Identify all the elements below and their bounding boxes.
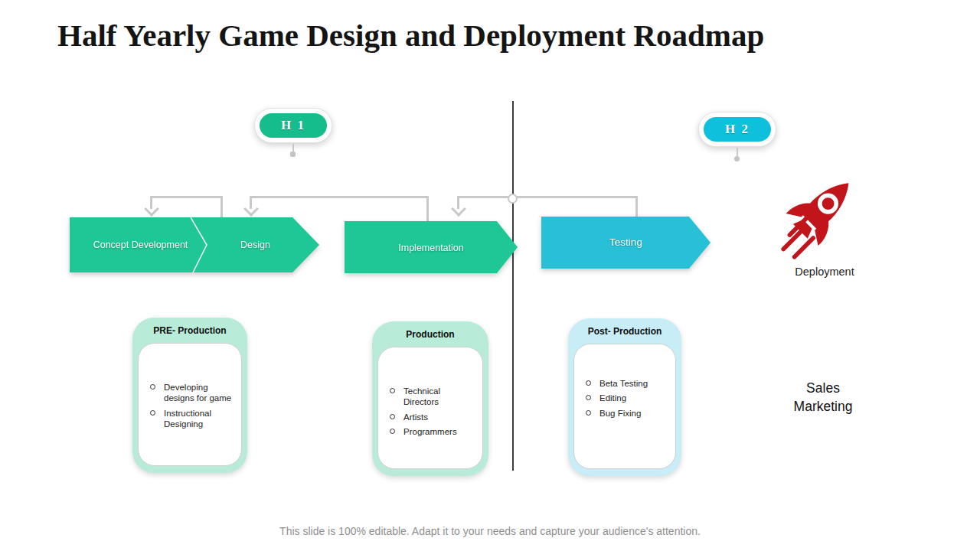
list-item-text: Bug Fixing xyxy=(599,408,641,419)
list-item: Technical Directors xyxy=(387,386,478,408)
connector-line xyxy=(635,196,638,217)
bullet-icon xyxy=(586,410,591,416)
connector-cross-node xyxy=(508,194,518,204)
stage-arrow-testing: Testing xyxy=(541,217,710,269)
post-production-header: Post- Production xyxy=(568,326,681,337)
list-item: Artists xyxy=(387,412,478,422)
stage-arrow-shape: Testing xyxy=(541,217,710,269)
post-production-body: Beta Testing Editing Bug Fixing xyxy=(573,344,676,469)
stage-label-implementation: Implementation xyxy=(345,243,518,253)
h2-badge-dot xyxy=(734,156,740,161)
half-year-divider-line xyxy=(512,101,514,471)
arrow-down-icon xyxy=(144,201,159,217)
list-item: Instructional Designing xyxy=(148,408,237,430)
list-item-text: Developing designs for game xyxy=(164,382,237,404)
connector-line xyxy=(151,196,223,198)
list-item-text: Artists xyxy=(403,412,428,422)
pre-production-box: PRE- Production Developing designs for g… xyxy=(132,318,247,473)
bullet-icon xyxy=(390,388,395,393)
list-item: Programmers xyxy=(387,426,478,437)
deployment-label: Deployment xyxy=(776,266,874,278)
bullet-icon xyxy=(150,410,155,416)
production-box: Production Technical Directors Artists P… xyxy=(372,321,488,476)
list-item-text: Programmers xyxy=(403,426,457,437)
arrow-down-icon xyxy=(451,201,466,217)
stage-arrow-shape: Implementation xyxy=(345,221,518,273)
h1-pill: H 1 xyxy=(260,113,327,138)
bullet-icon xyxy=(586,380,591,386)
rocket-icon xyxy=(776,170,874,268)
list-item-text: Instructional Designing xyxy=(164,408,237,430)
list-item-text: Editing xyxy=(599,393,626,403)
slide-canvas: Half Yearly Game Design and Deployment R… xyxy=(0,0,980,551)
list-item-text: Technical Directors xyxy=(403,386,478,408)
list-item: Developing designs for game xyxy=(148,382,237,404)
list-item: Bug Fixing xyxy=(583,408,671,419)
production-header: Production xyxy=(372,329,488,340)
list-item: Editing xyxy=(583,393,671,403)
sales-marketing-label: Sales Marketing xyxy=(785,380,861,416)
connector-line xyxy=(220,196,223,218)
pre-production-header: PRE- Production xyxy=(132,325,247,336)
h1-badge: H 1 xyxy=(254,108,332,143)
bullet-icon xyxy=(150,384,155,390)
bullet-icon xyxy=(390,429,395,434)
slide-title: Half Yearly Game Design and Deployment R… xyxy=(57,17,823,54)
h1-badge-dot xyxy=(290,152,296,157)
connector-line xyxy=(250,196,429,198)
stage-label-testing: Testing xyxy=(541,236,710,248)
pre-production-list: Developing designs for game Instructiona… xyxy=(139,382,241,430)
pre-production-body: Developing designs for game Instructiona… xyxy=(138,343,242,466)
production-body: Technical Directors Artists Programmers xyxy=(377,347,483,469)
list-item: Beta Testing xyxy=(583,378,671,389)
connector-line xyxy=(458,196,638,198)
stage-label-design: Design xyxy=(204,240,307,250)
stage-arrow-concept-design: Concept Development Design xyxy=(70,217,319,272)
bullet-icon xyxy=(586,395,591,400)
production-list: Technical Directors Artists Programmers xyxy=(378,386,482,438)
stage-arrow-implementation: Implementation xyxy=(345,221,518,273)
list-item-text: Beta Testing xyxy=(599,378,648,389)
post-production-box: Post- Production Beta Testing Editing Bu… xyxy=(568,318,681,476)
post-production-list: Beta Testing Editing Bug Fixing xyxy=(574,378,675,419)
h2-pill: H 2 xyxy=(704,117,771,142)
connector-line xyxy=(426,196,429,221)
editable-note: This slide is 100% editable. Adapt it to… xyxy=(0,525,980,537)
arrow-down-icon xyxy=(243,201,259,217)
bullet-icon xyxy=(390,414,395,419)
stage-arrow-shape: Concept Development Design xyxy=(70,217,319,272)
h2-badge: H 2 xyxy=(698,112,776,147)
stage-label-concept-development: Concept Development xyxy=(77,240,204,250)
